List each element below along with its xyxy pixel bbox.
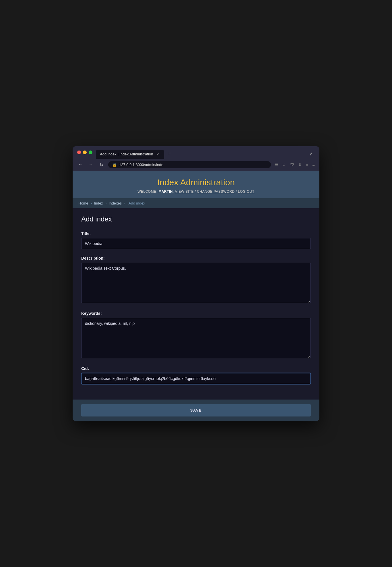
description-textarea[interactable]: Wikipedia Text Corpus. xyxy=(81,263,311,303)
shield-check-icon[interactable]: 🛡 xyxy=(290,162,294,167)
cid-field-group: Cid: xyxy=(81,366,311,384)
address-icons: ☰ ☆ 🛡 ⬇ » ≡ xyxy=(274,162,315,167)
separator1: / xyxy=(195,190,196,194)
new-tab-button[interactable]: + xyxy=(165,150,173,159)
keywords-label: Keywords: xyxy=(81,311,311,316)
breadcrumb-current: Add index xyxy=(129,201,145,205)
description-field-group: Description: Wikipedia Text Corpus. xyxy=(81,256,311,304)
keywords-textarea[interactable]: dictionary, wikipedia, ml, nlp xyxy=(81,318,311,358)
admin-nav: WELCOME, MARTIN. VIEW SITE / CHANGE PASS… xyxy=(77,190,315,194)
tab-title: Add index | Index Administration xyxy=(100,152,153,156)
title-label: Title: xyxy=(81,231,311,236)
back-button[interactable]: ← xyxy=(77,162,84,167)
save-area: SAVE xyxy=(73,400,319,421)
browser-window: Add index | Index Administration × + ∨ ←… xyxy=(73,146,319,421)
title-bar: Add index | Index Administration × + ∨ xyxy=(73,146,319,159)
breadcrumb-sep1: › xyxy=(90,201,92,205)
address-text: 127.0.0.1:8000/admin/inde xyxy=(119,163,163,167)
address-bar: ← → ↻ 🔒 127.0.0.1:8000/admin/inde ☰ ☆ 🛡 … xyxy=(73,159,319,171)
admin-header: Index Administration WELCOME, MARTIN. VI… xyxy=(73,171,319,198)
tab-close-button[interactable]: × xyxy=(156,152,160,157)
refresh-button[interactable]: ↻ xyxy=(98,162,105,167)
breadcrumb-index[interactable]: Index xyxy=(94,201,103,205)
view-site-link[interactable]: VIEW SITE xyxy=(175,190,194,194)
reader-icon[interactable]: ☰ xyxy=(274,162,278,167)
keywords-field-group: Keywords: dictionary, wikipedia, ml, nlp xyxy=(81,311,311,359)
breadcrumb-sep3: › xyxy=(124,201,125,205)
admin-title: Index Administration xyxy=(77,178,315,187)
tab-menu-button[interactable]: ∨ xyxy=(307,151,315,159)
page-heading: Add index xyxy=(81,215,311,223)
traffic-lights xyxy=(77,151,92,158)
close-button[interactable] xyxy=(77,151,81,154)
save-button[interactable]: SAVE xyxy=(81,404,311,416)
active-tab[interactable]: Add index | Index Administration × xyxy=(96,150,164,159)
breadcrumb-indexes[interactable]: Indexes xyxy=(109,201,122,205)
breadcrumb-sep2: › xyxy=(105,201,106,205)
breadcrumb: Home › Index › Indexes › Add index xyxy=(73,198,319,208)
welcome-prefix: WELCOME, xyxy=(137,190,158,194)
shield-icon: 🔒 xyxy=(112,163,117,167)
maximize-button[interactable] xyxy=(89,151,92,154)
separator2: / xyxy=(236,190,237,194)
download-icon[interactable]: ⬇ xyxy=(298,162,302,167)
bookmark-icon[interactable]: ☆ xyxy=(282,162,286,167)
username: MARTIN xyxy=(158,190,173,194)
menu-icon[interactable]: ≡ xyxy=(312,162,315,167)
welcome-suffix: . xyxy=(173,190,175,194)
forward-button[interactable]: → xyxy=(88,162,94,167)
cid-input[interactable] xyxy=(81,373,311,384)
minimize-button[interactable] xyxy=(83,151,87,154)
title-field-group: Title: xyxy=(81,231,311,249)
description-label: Description: xyxy=(81,256,311,261)
logout-link[interactable]: LOG OUT xyxy=(238,190,255,194)
main-content: Add index Title: Description: Wikipedia … xyxy=(73,208,319,400)
breadcrumb-home[interactable]: Home xyxy=(78,201,88,205)
address-input[interactable]: 🔒 127.0.0.1:8000/admin/inde xyxy=(108,161,271,168)
change-password-link[interactable]: CHANGE PASSWORD xyxy=(197,190,234,194)
tabs-area: Add index | Index Administration × + ∨ xyxy=(96,150,315,159)
page-content: Index Administration WELCOME, MARTIN. VI… xyxy=(73,171,319,421)
title-input[interactable] xyxy=(81,238,311,249)
cid-label: Cid: xyxy=(81,366,311,371)
extensions-icon[interactable]: » xyxy=(306,162,308,167)
